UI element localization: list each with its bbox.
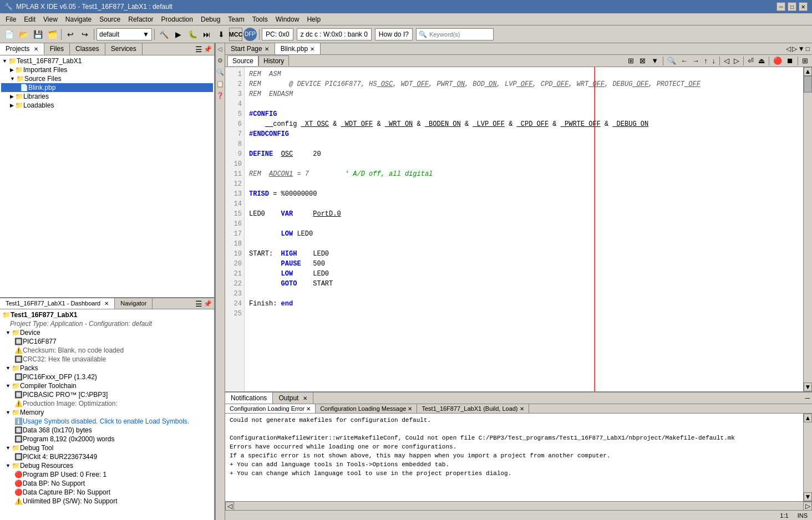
expand-important[interactable]: ▶ <box>10 67 14 73</box>
save-all-button[interactable]: 🗂️ <box>45 28 59 41</box>
save-button[interactable]: 💾 <box>31 28 44 41</box>
output-hscroll-right[interactable]: ▷ <box>803 502 812 511</box>
editor-toolbar-icon-9[interactable]: ◁ <box>722 56 731 65</box>
editor-scroll-right[interactable]: ▷ <box>792 45 797 53</box>
expand-root[interactable]: ▼ <box>2 58 7 64</box>
dash-debug-resources-group[interactable]: ▼ 📁 Debug Resources <box>1 461 213 470</box>
side-icon-2[interactable]: ⚙ <box>217 57 223 64</box>
editor-toolbar-icon-6[interactable]: → <box>691 56 701 65</box>
editor-toolbar-icon-13[interactable]: 🔴 <box>772 56 784 65</box>
dash-pic16f877[interactable]: 🔲 PIC16F877 <box>1 337 213 346</box>
editor-scroll-left[interactable]: ◁ <box>786 45 791 53</box>
dash-compiler-group[interactable]: ▼ 📁 Compiler Toolchain <box>1 381 213 390</box>
mcc-button[interactable]: DFP <box>243 28 257 41</box>
dashboard-close-icon[interactable]: ✕ <box>104 300 109 307</box>
side-icon-4[interactable]: 📋 <box>216 80 224 88</box>
output-scrollbar[interactable]: ▲ ▼ <box>803 414 812 501</box>
open-project-button[interactable]: 📂 <box>17 28 30 41</box>
blink-pbp-close[interactable]: ✕ <box>310 46 314 52</box>
menu-navigate[interactable]: Navigate <box>62 14 95 24</box>
dash-dfp[interactable]: 🔲 PIC16Fxxx_DFP (1.3.42) <box>1 373 213 381</box>
configuration-dropdown[interactable]: default ▼ <box>97 28 152 40</box>
step-over-button[interactable]: ⏭ <box>200 28 214 41</box>
editor-toolbar-icon-2[interactable]: ⊠ <box>637 55 648 66</box>
tree-item-root[interactable]: ▼ 📁 Test1_16F877_LabX1 <box>1 57 213 65</box>
panel-pin-icon[interactable]: 📌 <box>204 45 212 53</box>
tree-item-important[interactable]: ▶ 📁 Important Files <box>1 65 213 74</box>
menu-window[interactable]: Window <box>272 14 303 24</box>
tree-item-blink[interactable]: 📄 Blink.pbp <box>1 83 213 92</box>
editor-expand-icon[interactable]: ⊞ <box>800 56 810 65</box>
tab-navigator[interactable]: Navigator <box>115 298 153 309</box>
dash-packs-group[interactable]: ▼ 📁 Packs <box>1 364 213 373</box>
tab-files[interactable]: Files <box>44 43 70 55</box>
dashboard-pin-icon[interactable]: 📌 <box>204 300 212 308</box>
output-minimize-icon[interactable]: ─ <box>805 394 810 402</box>
debug-button[interactable]: 🐛 <box>186 28 199 41</box>
config-message-close[interactable]: ✕ <box>408 406 412 412</box>
tab-dashboard[interactable]: Test1_16F877_LabX1 - Dashboard ✕ <box>0 298 115 309</box>
dash-root[interactable]: 📁 Test1_16F877_LabX1 <box>1 310 213 319</box>
dash-debug-tool-group[interactable]: ▼ 📁 Debug Tool <box>1 443 213 452</box>
editor-toolbar-icon-1[interactable]: ⊞ <box>626 55 636 66</box>
editor-toolbar-icon-11[interactable]: ⏎ <box>746 56 755 65</box>
editor-toolbar-icon-12[interactable]: ⏏ <box>757 56 767 65</box>
output-scroll-down[interactable]: ▼ <box>804 492 812 501</box>
menu-file[interactable]: File <box>2 14 19 24</box>
side-icon-5[interactable]: ❓ <box>216 92 224 99</box>
undo-button[interactable]: ↩ <box>64 28 77 41</box>
tab-start-page[interactable]: Start Page ✕ <box>225 43 275 54</box>
editor-toolbar-icon-14[interactable]: ⏹ <box>785 56 795 65</box>
scroll-thumb[interactable] <box>804 76 812 93</box>
tab-notifications[interactable]: Notifications <box>225 392 273 404</box>
expand-source[interactable]: ▼ <box>10 76 15 81</box>
sub-tab-config-error[interactable]: Configuration Loading Error ✕ <box>225 404 316 413</box>
dashboard-menu-icon[interactable]: ☰ <box>195 299 202 308</box>
menu-team[interactable]: Team <box>225 14 247 24</box>
editor-toolbar-icon-10[interactable]: ▷ <box>732 56 741 65</box>
editor-toolbar-icon-3[interactable]: ▼ <box>649 55 661 66</box>
tree-item-source[interactable]: ▼ 📁 Source Files <box>1 74 213 83</box>
side-icon-3[interactable]: 🔍 <box>216 69 224 76</box>
menu-view[interactable]: View <box>40 14 61 24</box>
output-hscrollbar[interactable]: ◁ ▷ <box>225 501 812 510</box>
redo-button[interactable]: ↪ <box>78 28 92 41</box>
maximize-button[interactable]: □ <box>788 2 796 11</box>
source-tab[interactable]: Source <box>227 55 258 66</box>
close-button[interactable]: ✕ <box>799 2 808 11</box>
panel-menu-icon[interactable]: ☰ <box>195 45 202 54</box>
editor-tab-menu[interactable]: ▼ <box>798 45 805 53</box>
editor-toolbar-icon-7[interactable]: ↑ <box>702 56 709 65</box>
menu-source[interactable]: Source <box>96 14 124 24</box>
tab-output[interactable]: Output ✕ <box>273 392 313 404</box>
tab-blink-pbp[interactable]: Blink.pbp ✕ <box>275 43 321 54</box>
menu-help[interactable]: Help <box>303 14 324 24</box>
editor-restore[interactable]: □ <box>806 45 810 53</box>
sub-tab-build-load[interactable]: Test1_16F877_LabX1 (Build, Load) ✕ <box>417 404 529 413</box>
editor-toolbar-icon-4[interactable]: 🔍 <box>666 56 678 65</box>
start-page-close[interactable]: ✕ <box>265 46 269 52</box>
dash-usage-symbols[interactable]: ℹ️ Usage Symbols disabled. Click to enab… <box>1 417 213 426</box>
sub-tab-config-message[interactable]: Configuration Loading Message ✕ <box>316 404 417 413</box>
expand-loadables[interactable]: ▶ <box>10 103 14 108</box>
tab-services[interactable]: Services <box>105 43 143 55</box>
history-tab[interactable]: History <box>258 55 289 66</box>
tree-item-libraries[interactable]: ▶ 📁 Libraries <box>1 92 213 101</box>
keyword-search[interactable]: 🔍 <box>416 28 494 40</box>
dash-pickit4[interactable]: 🔲 PICkit 4: BUR223673449 <box>1 452 213 461</box>
scroll-down-btn[interactable]: ▼ <box>804 383 812 391</box>
editor-toolbar-icon-8[interactable]: ↓ <box>710 56 718 65</box>
editor-scrollbar[interactable]: ▲ ▼ <box>803 67 812 391</box>
tree-item-loadables[interactable]: ▶ 📁 Loadables <box>1 101 213 110</box>
output-hscroll-left[interactable]: ◁ <box>225 502 234 511</box>
config-error-close[interactable]: ✕ <box>306 406 311 412</box>
menu-production[interactable]: Production <box>158 14 196 24</box>
menu-refactor[interactable]: Refactor <box>125 14 156 24</box>
output-close-icon[interactable]: ✕ <box>303 395 307 401</box>
titlebar-controls[interactable]: ─ □ ✕ <box>777 2 808 11</box>
expand-libraries[interactable]: ▶ <box>10 94 14 99</box>
run-button[interactable]: ▶ <box>171 28 185 41</box>
dash-device-group[interactable]: ▼ 📁 Device <box>1 328 213 337</box>
dash-memory-group[interactable]: ▼ 📁 Memory <box>1 408 213 417</box>
build-load-close[interactable]: ✕ <box>520 406 524 412</box>
